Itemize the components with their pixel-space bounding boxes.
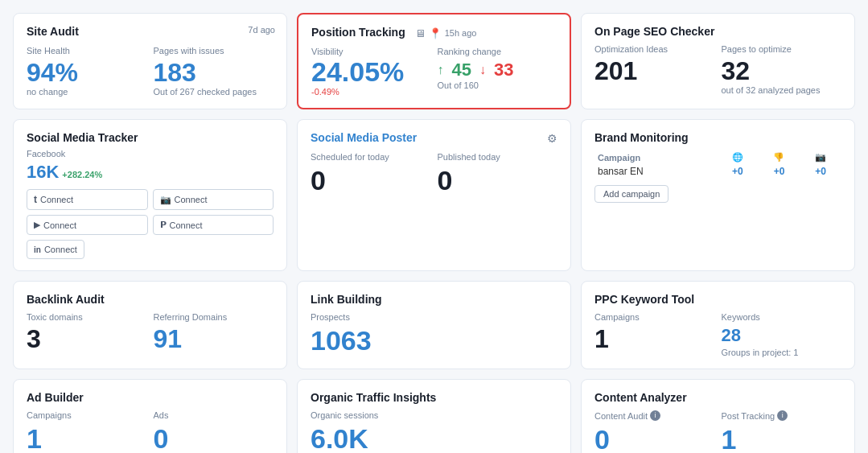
social-tracker-title: Social Media Tracker <box>27 131 138 144</box>
scheduled-label: Scheduled for today <box>311 152 431 162</box>
site-audit-card: Site Audit 7d ago Site Health 94% no cha… <box>13 13 287 109</box>
published-value: 0 <box>438 165 558 196</box>
brand-monitoring-card: Brand Monitoring Campaign 🌐 👎 📷 bansar E… <box>581 119 855 271</box>
ppc-keyword-title: PPC Keyword Tool <box>594 293 694 306</box>
ad-campaigns-value: 1 <box>27 423 147 453</box>
post-tracking-info-icon[interactable]: i <box>777 410 788 421</box>
published-label: Published today <box>438 152 558 162</box>
connect-youtube-btn[interactable]: ▶ Connect <box>27 215 148 235</box>
ads-value: 0 <box>154 423 274 453</box>
prospects-value: 1063 <box>311 325 557 356</box>
scheduled-value: 0 <box>311 165 431 196</box>
content-audit-info-icon[interactable]: i <box>650 410 660 421</box>
link-building-title: Link Building <box>311 293 382 306</box>
brand-campaign-header: Campaign <box>594 150 717 164</box>
content-audit-label: Content Audit <box>594 411 648 421</box>
pages-optimize-sub: out of 32 analyzed pages <box>722 85 842 95</box>
prospects-label: Prospects <box>311 312 557 322</box>
twitter-icon: t <box>34 194 37 205</box>
on-page-seo-card: On Page SEO Checker Optimization Ideas 2… <box>581 13 855 109</box>
facebook-growth: +282.24% <box>62 170 102 179</box>
rank-down-arrow: ↓ <box>479 63 486 77</box>
brand-row-col2: +0 <box>759 164 800 179</box>
pinterest-icon: 𝗣 <box>160 220 167 230</box>
organic-sessions-value: 6.0K <box>311 423 557 453</box>
pages-optimize-value: 32 <box>722 57 842 85</box>
pages-optimize-label: Pages to optimize <box>722 44 842 54</box>
toxic-label: Toxic domains <box>27 312 147 322</box>
position-tracking-meta: 15h ago <box>445 28 477 38</box>
pages-issues-sub: Out of 267 checked pages <box>154 87 274 97</box>
gear-icon[interactable]: ⚙ <box>547 132 557 145</box>
site-audit-meta: 7d ago <box>248 25 275 35</box>
brand-row-col1: +0 <box>717 164 759 179</box>
ad-builder-title: Ad Builder <box>27 391 84 404</box>
ad-builder-card: Ad Builder Campaigns 1 Ads 0 <box>13 379 287 453</box>
instagram-icon: 📷 <box>160 195 171 205</box>
campaigns-value: 1 <box>594 325 715 353</box>
position-tracking-card: Position Tracking 🖥 📍 15h ago Visibility… <box>297 13 571 109</box>
ad-campaigns-label: Campaigns <box>27 410 147 420</box>
linkedin-icon: in <box>34 245 41 254</box>
no-change-label: no change <box>27 87 147 97</box>
ads-label: Ads <box>154 410 274 420</box>
post-tracking-label: Post Tracking <box>722 411 775 421</box>
on-page-seo-title: On Page SEO Checker <box>594 25 714 38</box>
pages-issues-label: Pages with issues <box>154 46 274 56</box>
add-campaign-btn[interactable]: Add campaign <box>594 185 668 203</box>
social-media-tracker-card: Social Media Tracker Facebook 16K +282.2… <box>13 119 287 271</box>
visibility-value: 24.05% <box>311 58 431 85</box>
youtube-icon: ▶ <box>34 220 40 230</box>
visibility-change: -0.49% <box>311 87 431 97</box>
content-analyzer-card: Content Analyzer Content Audit i 0 Post … <box>581 379 855 453</box>
facebook-label: Facebook <box>27 149 274 159</box>
social-poster-title: Social Media Poster <box>311 131 417 144</box>
opt-ideas-label: Optimization Ideas <box>594 44 715 54</box>
organic-sessions-label: Organic sessions <box>311 410 557 420</box>
content-audit-value: 0 <box>594 424 715 453</box>
keywords-value: 28 <box>722 325 842 346</box>
referring-label: Referring Domains <box>154 312 274 322</box>
organic-traffic-title: Organic Traffic Insights <box>311 391 436 404</box>
brand-col3-header: 📷 <box>800 150 841 164</box>
campaigns-label: Campaigns <box>594 312 715 322</box>
site-health-label: Site Health <box>27 46 147 56</box>
monitor-icon: 🖥 <box>415 27 426 39</box>
organic-traffic-card: Organic Traffic Insights Organic session… <box>297 379 571 453</box>
brand-monitoring-title: Brand Monitoring <box>594 131 689 144</box>
site-health-value: 94% <box>27 59 147 87</box>
ranking-label: Ranking change <box>438 47 557 56</box>
social-media-poster-card: Social Media Poster ⚙ Scheduled for toda… <box>297 119 571 271</box>
pages-issues-value: 183 <box>154 59 274 87</box>
facebook-value: 16K <box>27 162 59 183</box>
rank-up-value: 45 <box>452 60 471 80</box>
backlink-audit-card: Backlink Audit Toxic domains 3 Referring… <box>13 281 287 369</box>
visibility-label: Visibility <box>311 47 431 56</box>
ppc-keyword-card: PPC Keyword Tool Campaigns 1 Keywords 28… <box>581 281 855 369</box>
backlink-audit-title: Backlink Audit <box>27 293 105 306</box>
brand-row-col3: +0 <box>800 164 841 179</box>
position-tracking-title: Position Tracking <box>311 26 405 39</box>
site-audit-title: Site Audit <box>27 25 79 38</box>
rank-down-value: 33 <box>494 60 513 80</box>
out-of-text: Out of 160 <box>438 80 557 90</box>
connect-pinterest-btn[interactable]: 𝗣 Connect <box>153 215 274 235</box>
brand-col2-header: 👎 <box>759 150 800 164</box>
brand-row-name: bansar EN <box>594 164 717 179</box>
connect-linkedin-btn[interactable]: in Connect <box>27 240 84 259</box>
keywords-label: Keywords <box>722 312 842 322</box>
connect-twitter-btn[interactable]: t Connect <box>27 189 148 210</box>
post-tracking-value: 1 <box>722 424 842 453</box>
content-analyzer-title: Content Analyzer <box>594 391 687 404</box>
opt-ideas-value: 201 <box>594 57 715 85</box>
connect-instagram-btn[interactable]: 📷 Connect <box>153 189 274 210</box>
groups-text: Groups in project: 1 <box>722 348 842 357</box>
brand-col1-header: 🌐 <box>717 150 759 164</box>
link-building-card: Link Building Prospects 1063 <box>297 281 571 369</box>
location-icon: 📍 <box>429 27 442 39</box>
toxic-value: 3 <box>27 325 147 353</box>
referring-value: 91 <box>154 325 274 353</box>
rank-up-arrow: ↑ <box>438 63 444 77</box>
